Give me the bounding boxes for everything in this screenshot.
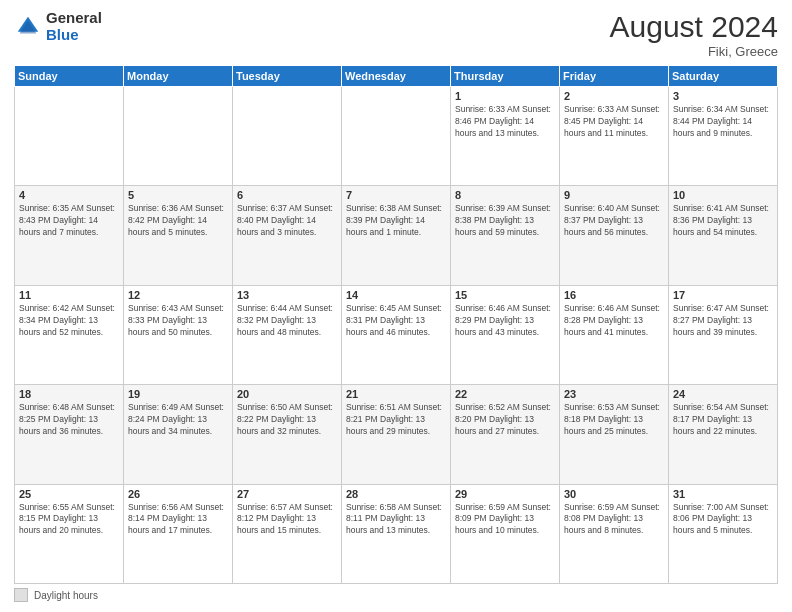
day-info: Sunrise: 6:37 AM Sunset: 8:40 PM Dayligh… <box>237 203 337 239</box>
location: Fiki, Greece <box>610 44 778 59</box>
calendar-cell <box>15 87 124 186</box>
day-info: Sunrise: 6:49 AM Sunset: 8:24 PM Dayligh… <box>128 402 228 438</box>
day-number: 29 <box>455 488 555 500</box>
calendar-cell: 31Sunrise: 7:00 AM Sunset: 8:06 PM Dayli… <box>669 484 778 583</box>
day-info: Sunrise: 6:52 AM Sunset: 8:20 PM Dayligh… <box>455 402 555 438</box>
daylight-legend-box <box>14 588 28 602</box>
day-number: 19 <box>128 388 228 400</box>
calendar-cell: 10Sunrise: 6:41 AM Sunset: 8:36 PM Dayli… <box>669 186 778 285</box>
day-info: Sunrise: 6:43 AM Sunset: 8:33 PM Dayligh… <box>128 303 228 339</box>
day-info: Sunrise: 6:38 AM Sunset: 8:39 PM Dayligh… <box>346 203 446 239</box>
calendar-cell: 26Sunrise: 6:56 AM Sunset: 8:14 PM Dayli… <box>124 484 233 583</box>
month-title: August 2024 <box>610 10 778 44</box>
day-info: Sunrise: 6:41 AM Sunset: 8:36 PM Dayligh… <box>673 203 773 239</box>
calendar-cell: 22Sunrise: 6:52 AM Sunset: 8:20 PM Dayli… <box>451 385 560 484</box>
weekday-header: Tuesday <box>233 66 342 87</box>
day-number: 20 <box>237 388 337 400</box>
weekday-header: Monday <box>124 66 233 87</box>
logo-blue-text: Blue <box>46 27 102 44</box>
day-number: 24 <box>673 388 773 400</box>
day-info: Sunrise: 6:57 AM Sunset: 8:12 PM Dayligh… <box>237 502 337 538</box>
day-info: Sunrise: 6:33 AM Sunset: 8:45 PM Dayligh… <box>564 104 664 140</box>
weekday-header: Friday <box>560 66 669 87</box>
day-number: 5 <box>128 189 228 201</box>
day-number: 8 <box>455 189 555 201</box>
day-info: Sunrise: 6:47 AM Sunset: 8:27 PM Dayligh… <box>673 303 773 339</box>
day-info: Sunrise: 6:54 AM Sunset: 8:17 PM Dayligh… <box>673 402 773 438</box>
calendar-cell: 7Sunrise: 6:38 AM Sunset: 8:39 PM Daylig… <box>342 186 451 285</box>
day-number: 6 <box>237 189 337 201</box>
title-block: August 2024 Fiki, Greece <box>610 10 778 59</box>
calendar-cell: 17Sunrise: 6:47 AM Sunset: 8:27 PM Dayli… <box>669 285 778 384</box>
logo-general-text: General <box>46 10 102 27</box>
calendar-cell: 30Sunrise: 6:59 AM Sunset: 8:08 PM Dayli… <box>560 484 669 583</box>
calendar-week-row: 25Sunrise: 6:55 AM Sunset: 8:15 PM Dayli… <box>15 484 778 583</box>
day-info: Sunrise: 6:53 AM Sunset: 8:18 PM Dayligh… <box>564 402 664 438</box>
calendar-week-row: 18Sunrise: 6:48 AM Sunset: 8:25 PM Dayli… <box>15 385 778 484</box>
day-info: Sunrise: 6:33 AM Sunset: 8:46 PM Dayligh… <box>455 104 555 140</box>
logo-icon <box>14 13 42 41</box>
day-number: 28 <box>346 488 446 500</box>
day-info: Sunrise: 6:58 AM Sunset: 8:11 PM Dayligh… <box>346 502 446 538</box>
calendar-header-row: SundayMondayTuesdayWednesdayThursdayFrid… <box>15 66 778 87</box>
day-number: 4 <box>19 189 119 201</box>
calendar-cell: 29Sunrise: 6:59 AM Sunset: 8:09 PM Dayli… <box>451 484 560 583</box>
footer: Daylight hours <box>14 588 778 602</box>
day-info: Sunrise: 6:39 AM Sunset: 8:38 PM Dayligh… <box>455 203 555 239</box>
calendar-table: SundayMondayTuesdayWednesdayThursdayFrid… <box>14 65 778 584</box>
day-info: Sunrise: 6:55 AM Sunset: 8:15 PM Dayligh… <box>19 502 119 538</box>
calendar-cell: 19Sunrise: 6:49 AM Sunset: 8:24 PM Dayli… <box>124 385 233 484</box>
day-number: 26 <box>128 488 228 500</box>
day-number: 9 <box>564 189 664 201</box>
day-number: 16 <box>564 289 664 301</box>
day-number: 18 <box>19 388 119 400</box>
day-info: Sunrise: 6:48 AM Sunset: 8:25 PM Dayligh… <box>19 402 119 438</box>
calendar-cell: 23Sunrise: 6:53 AM Sunset: 8:18 PM Dayli… <box>560 385 669 484</box>
calendar-cell: 3Sunrise: 6:34 AM Sunset: 8:44 PM Daylig… <box>669 87 778 186</box>
day-number: 27 <box>237 488 337 500</box>
calendar-cell: 14Sunrise: 6:45 AM Sunset: 8:31 PM Dayli… <box>342 285 451 384</box>
day-info: Sunrise: 6:51 AM Sunset: 8:21 PM Dayligh… <box>346 402 446 438</box>
calendar-cell: 16Sunrise: 6:46 AM Sunset: 8:28 PM Dayli… <box>560 285 669 384</box>
day-info: Sunrise: 6:35 AM Sunset: 8:43 PM Dayligh… <box>19 203 119 239</box>
calendar-cell: 5Sunrise: 6:36 AM Sunset: 8:42 PM Daylig… <box>124 186 233 285</box>
calendar-cell: 6Sunrise: 6:37 AM Sunset: 8:40 PM Daylig… <box>233 186 342 285</box>
day-info: Sunrise: 6:46 AM Sunset: 8:28 PM Dayligh… <box>564 303 664 339</box>
day-number: 23 <box>564 388 664 400</box>
day-number: 7 <box>346 189 446 201</box>
calendar-cell: 4Sunrise: 6:35 AM Sunset: 8:43 PM Daylig… <box>15 186 124 285</box>
day-info: Sunrise: 6:44 AM Sunset: 8:32 PM Dayligh… <box>237 303 337 339</box>
day-number: 30 <box>564 488 664 500</box>
calendar-cell: 28Sunrise: 6:58 AM Sunset: 8:11 PM Dayli… <box>342 484 451 583</box>
day-number: 15 <box>455 289 555 301</box>
logo: General Blue <box>14 10 102 43</box>
day-info: Sunrise: 6:45 AM Sunset: 8:31 PM Dayligh… <box>346 303 446 339</box>
weekday-header: Thursday <box>451 66 560 87</box>
calendar-week-row: 11Sunrise: 6:42 AM Sunset: 8:34 PM Dayli… <box>15 285 778 384</box>
day-number: 10 <box>673 189 773 201</box>
day-info: Sunrise: 6:42 AM Sunset: 8:34 PM Dayligh… <box>19 303 119 339</box>
day-number: 3 <box>673 90 773 102</box>
day-number: 12 <box>128 289 228 301</box>
day-info: Sunrise: 7:00 AM Sunset: 8:06 PM Dayligh… <box>673 502 773 538</box>
day-info: Sunrise: 6:59 AM Sunset: 8:08 PM Dayligh… <box>564 502 664 538</box>
day-number: 2 <box>564 90 664 102</box>
calendar-cell: 27Sunrise: 6:57 AM Sunset: 8:12 PM Dayli… <box>233 484 342 583</box>
calendar-cell <box>124 87 233 186</box>
day-info: Sunrise: 6:50 AM Sunset: 8:22 PM Dayligh… <box>237 402 337 438</box>
calendar-cell: 20Sunrise: 6:50 AM Sunset: 8:22 PM Dayli… <box>233 385 342 484</box>
daylight-legend-label: Daylight hours <box>34 590 98 601</box>
calendar-cell: 21Sunrise: 6:51 AM Sunset: 8:21 PM Dayli… <box>342 385 451 484</box>
calendar-cell <box>233 87 342 186</box>
day-number: 14 <box>346 289 446 301</box>
weekday-header: Saturday <box>669 66 778 87</box>
calendar-cell: 13Sunrise: 6:44 AM Sunset: 8:32 PM Dayli… <box>233 285 342 384</box>
weekday-header: Sunday <box>15 66 124 87</box>
day-number: 21 <box>346 388 446 400</box>
day-number: 25 <box>19 488 119 500</box>
day-number: 31 <box>673 488 773 500</box>
day-number: 22 <box>455 388 555 400</box>
calendar-cell: 1Sunrise: 6:33 AM Sunset: 8:46 PM Daylig… <box>451 87 560 186</box>
calendar-cell: 24Sunrise: 6:54 AM Sunset: 8:17 PM Dayli… <box>669 385 778 484</box>
day-number: 1 <box>455 90 555 102</box>
